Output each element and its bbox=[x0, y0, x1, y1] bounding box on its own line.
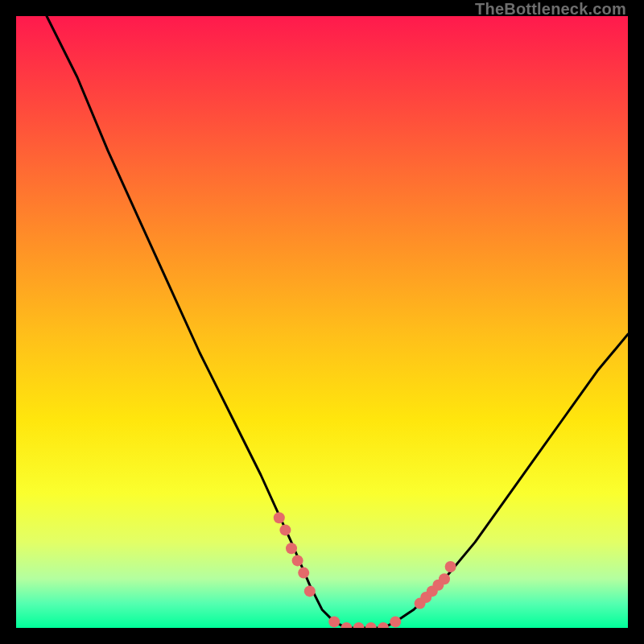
highlight-dot bbox=[304, 585, 316, 597]
highlight-dot bbox=[279, 524, 291, 535]
curve-path bbox=[47, 16, 628, 628]
highlight-dot bbox=[328, 616, 340, 627]
highlight-dot bbox=[390, 616, 401, 627]
watermark-text: TheBottleneck.com bbox=[475, 0, 626, 19]
highlight-dots bbox=[274, 512, 456, 628]
highlight-dot bbox=[365, 622, 377, 628]
highlight-dot bbox=[286, 543, 297, 554]
highlight-dot bbox=[274, 512, 285, 523]
bottleneck-curve bbox=[47, 16, 628, 628]
highlight-dot bbox=[439, 573, 450, 584]
highlight-dot bbox=[298, 568, 309, 579]
highlight-dot bbox=[353, 622, 365, 628]
highlight-dot bbox=[292, 555, 303, 566]
chart-frame: TheBottleneck.com bbox=[0, 0, 644, 644]
highlight-dot bbox=[341, 622, 352, 628]
highlight-dot bbox=[378, 622, 389, 628]
chart-svg bbox=[16, 16, 628, 628]
plot-area bbox=[16, 16, 628, 628]
highlight-dot bbox=[445, 561, 456, 572]
